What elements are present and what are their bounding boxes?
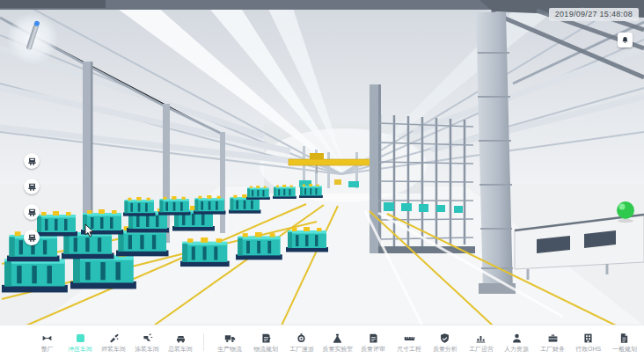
module-button-4[interactable]: 质量评审 bbox=[356, 332, 390, 353]
press-line-button-0[interactable] bbox=[24, 153, 40, 169]
ruler-icon bbox=[404, 332, 415, 344]
review-icon bbox=[368, 332, 379, 344]
bottom-toolbar: 整厂 冲压车间 焊装车间 涂装车间 总装车间 生产物流 物流规划 工厂漫游 质量… bbox=[0, 325, 644, 358]
module-button-6[interactable]: 质量分析 bbox=[428, 332, 462, 353]
workshop-tab-1[interactable]: 冲压车间 bbox=[63, 332, 97, 353]
compass-icon bbox=[26, 24, 40, 50]
digital-twin-app: 2019/09/27 15:48:08 整厂 冲压车间 焊装车间 涂装车间 总 bbox=[0, 0, 644, 358]
module-button-label: 生产物流 bbox=[218, 346, 243, 352]
press-machine-icon bbox=[27, 233, 37, 243]
workshop-tab-label: 整厂 bbox=[40, 346, 53, 352]
module-button-label: 尺寸工程 bbox=[397, 346, 421, 352]
plant-icon bbox=[41, 332, 53, 344]
module-button-8[interactable]: 人力资源 bbox=[500, 332, 533, 353]
building-icon bbox=[582, 332, 594, 344]
press-machine-icon bbox=[27, 157, 37, 166]
press-shop-icon bbox=[75, 332, 86, 344]
compass-widget[interactable] bbox=[7, 13, 58, 64]
module-button-0[interactable]: 生产物流 bbox=[213, 332, 246, 353]
press-line-quick-buttons bbox=[24, 153, 40, 245]
module-button-3[interactable]: 质量实验室 bbox=[321, 332, 355, 353]
module-button-group: 生产物流 物流规划 工厂漫游 质量实验室 质量评审 尺寸工程 质量分析 工厂运营… bbox=[212, 332, 642, 353]
press-line-button-2[interactable] bbox=[24, 204, 40, 220]
press-machine-icon bbox=[27, 182, 37, 192]
shield-icon bbox=[439, 332, 450, 344]
module-button-label: 物流规划 bbox=[253, 346, 278, 352]
painting-icon bbox=[142, 332, 153, 344]
module-button-label: 工厂漫游 bbox=[289, 346, 314, 352]
bell-icon bbox=[621, 36, 629, 44]
workshop-tab-2[interactable]: 焊装车间 bbox=[97, 332, 130, 353]
workshop-tab-label: 焊装车间 bbox=[101, 346, 126, 352]
welding-icon bbox=[108, 332, 120, 344]
logistics-plan-icon bbox=[260, 332, 272, 344]
truck-icon bbox=[224, 332, 236, 344]
module-button-5[interactable]: 尺寸工程 bbox=[392, 332, 426, 353]
module-button-1[interactable]: 物流规划 bbox=[249, 332, 282, 353]
workshop-tab-0[interactable]: 整厂 bbox=[30, 332, 63, 353]
module-button-label: 质量分析 bbox=[433, 346, 457, 352]
briefcase-icon bbox=[547, 332, 559, 344]
assembly-icon bbox=[175, 332, 187, 344]
module-button-11[interactable]: 一般规划 bbox=[608, 332, 641, 353]
workshop-tab-4[interactable]: 总装车间 bbox=[164, 332, 197, 353]
module-button-label: 行政OHS bbox=[575, 346, 601, 352]
module-button-label: 质量评审 bbox=[362, 346, 386, 352]
workshop-tab-3[interactable]: 涂装车间 bbox=[130, 332, 164, 353]
workshop-tab-group: 整厂 冲压车间 焊装车间 涂装车间 总装车间 bbox=[30, 332, 197, 353]
module-button-label: 质量实验室 bbox=[322, 346, 353, 352]
workshop-tab-label: 涂装车间 bbox=[135, 346, 159, 352]
person-icon bbox=[511, 332, 523, 344]
workshop-tab-label: 总装车间 bbox=[168, 346, 193, 352]
workshop-tab-label: 冲压车间 bbox=[68, 346, 92, 352]
factory-scene bbox=[0, 0, 644, 325]
datetime-display: 2019/09/27 15:48:08 bbox=[549, 8, 639, 21]
plan-icon bbox=[618, 332, 630, 344]
toolbar-divider bbox=[203, 333, 204, 351]
module-button-9[interactable]: 工厂财务 bbox=[536, 332, 569, 353]
module-button-7[interactable]: 工厂运营 bbox=[465, 332, 498, 353]
module-button-label: 一般规划 bbox=[612, 346, 637, 352]
module-button-label: 工厂运营 bbox=[469, 346, 494, 352]
module-button-label: 人力资源 bbox=[505, 346, 530, 352]
notification-button[interactable] bbox=[618, 33, 633, 47]
chart-icon bbox=[475, 332, 487, 344]
press-line-button-1[interactable] bbox=[24, 179, 40, 194]
3d-factory-viewport[interactable]: 2019/09/27 15:48:08 bbox=[0, 0, 644, 325]
lab-icon bbox=[332, 332, 343, 344]
press-line-button-3[interactable] bbox=[24, 230, 40, 245]
module-button-10[interactable]: 行政OHS bbox=[572, 332, 605, 353]
press-machine-icon bbox=[27, 208, 37, 217]
module-button-label: 工厂财务 bbox=[540, 346, 565, 352]
roam-icon bbox=[296, 332, 307, 344]
module-button-2[interactable]: 工厂漫游 bbox=[285, 332, 318, 353]
